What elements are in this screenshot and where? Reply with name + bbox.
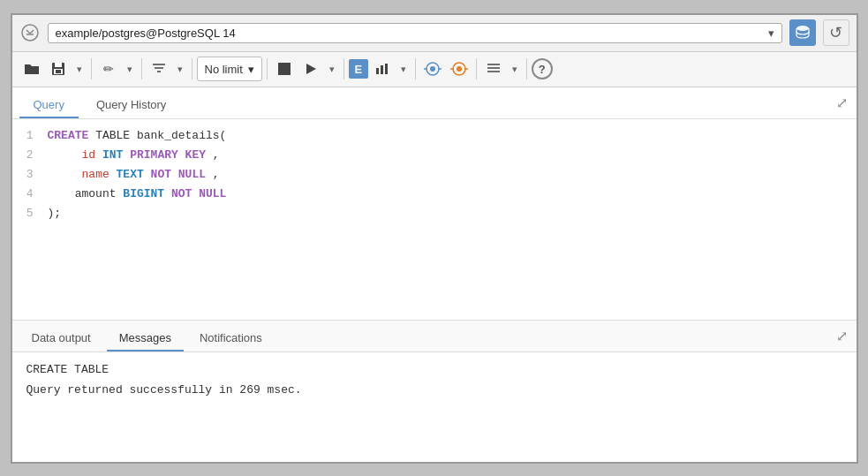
commit-button[interactable] [420, 57, 445, 81]
line-number-2: 2 [12, 148, 48, 162]
output-panel: Data output Messages Notifications ⤢ CRE… [12, 321, 857, 462]
code-line-5: 5 ); [12, 204, 857, 223]
sep8 [526, 58, 527, 79]
refresh-button[interactable]: ↺ [823, 19, 849, 46]
stop-button[interactable] [272, 57, 297, 81]
code-content-5: ); [48, 207, 857, 220]
sep2 [141, 58, 142, 79]
tab-query-history[interactable]: Query History [82, 91, 180, 118]
line-number-4: 4 [12, 187, 48, 200]
output-line-3: Query returned successfully in 269 msec. [26, 383, 842, 397]
tab-messages[interactable]: Messages [107, 324, 184, 351]
output-tabs: Data output Messages Notifications ⤢ [12, 321, 857, 352]
sep5 [343, 58, 344, 79]
output-content: CREATE TABLE Query returned successfully… [12, 352, 857, 462]
explain-button[interactable]: E [349, 59, 368, 79]
edit-chevron[interactable]: ▾ [123, 57, 137, 81]
tab-notifications[interactable]: Notifications [187, 324, 275, 351]
limit-dropdown[interactable]: No limit ▾ [197, 57, 262, 81]
line-number-3: 3 [12, 168, 48, 181]
code-content-3: name TEXT NOT NULL , [48, 168, 857, 181]
sep7 [476, 58, 477, 79]
chart-button[interactable] [370, 57, 395, 81]
svg-point-12 [430, 66, 435, 72]
run-chevron[interactable]: ▾ [325, 57, 339, 81]
expand-output-icon[interactable]: ⤢ [836, 328, 848, 344]
svg-point-1 [796, 26, 809, 31]
save-button[interactable] [46, 57, 71, 81]
macros-chevron[interactable]: ▾ [508, 57, 522, 81]
toolbar: ▾ ✏ ▾ ▾ No limit ▾ ▾ E [12, 52, 857, 87]
filter-button[interactable] [147, 57, 171, 81]
limit-chevron: ▾ [248, 63, 254, 76]
code-line-4: 4 amount BIGINT NOT NULL [12, 185, 857, 204]
connection-text: example/postgres@PostgreSQL 14 [56, 26, 763, 40]
filter-chevron[interactable]: ▾ [173, 57, 187, 81]
run-button[interactable] [298, 57, 323, 81]
code-content-2: id INT PRIMARY KEY , [48, 148, 857, 162]
code-line-3: 3 name TEXT NOT NULL , [12, 165, 857, 185]
svg-rect-10 [385, 64, 388, 74]
edit-button[interactable]: ✏ [96, 57, 121, 81]
code-editor[interactable]: 1 CREATE TABLE bank_details( 2 id INT PR… [12, 119, 857, 321]
rollback-button[interactable] [447, 57, 472, 81]
svg-rect-6 [278, 63, 291, 75]
expand-editor-icon[interactable]: ⤢ [836, 94, 848, 111]
code-content-1: CREATE TABLE bank_details( [48, 129, 857, 142]
code-content-4: amount BIGINT NOT NULL [48, 187, 857, 200]
tab-data-output[interactable]: Data output [19, 324, 103, 351]
svg-rect-8 [376, 68, 379, 74]
db-icon [789, 19, 816, 46]
help-button[interactable]: ? [532, 58, 553, 79]
app-icon [19, 22, 41, 43]
svg-rect-9 [381, 65, 383, 74]
svg-marker-7 [306, 64, 316, 74]
sep6 [415, 58, 416, 79]
line-number-1: 1 [12, 129, 48, 142]
title-bar: example/postgres@PostgreSQL 14 ▾ ↺ [12, 15, 857, 52]
save-chevron[interactable]: ▾ [72, 57, 87, 81]
macros-button[interactable] [481, 57, 506, 81]
open-file-button[interactable] [19, 57, 44, 81]
svg-rect-5 [56, 70, 61, 73]
connection-chevron: ▾ [768, 26, 774, 40]
main-window: example/postgres@PostgreSQL 14 ▾ ↺ [11, 13, 858, 464]
query-tabs: Query Query History ⤢ [12, 87, 857, 119]
chart-chevron[interactable]: ▾ [396, 57, 411, 81]
sep3 [192, 58, 192, 79]
svg-rect-3 [55, 63, 62, 67]
code-line-1: 1 CREATE TABLE bank_details( [12, 126, 857, 146]
limit-label: No limit [205, 63, 243, 76]
line-number-5: 5 [12, 207, 48, 220]
code-line-2: 2 id INT PRIMARY KEY , [12, 146, 857, 165]
svg-point-16 [457, 66, 462, 72]
tab-query[interactable]: Query [19, 91, 79, 118]
output-line-1: CREATE TABLE [26, 363, 842, 376]
sep1 [91, 58, 92, 79]
sep4 [267, 58, 268, 79]
connection-selector[interactable]: example/postgres@PostgreSQL 14 ▾ [48, 23, 782, 43]
